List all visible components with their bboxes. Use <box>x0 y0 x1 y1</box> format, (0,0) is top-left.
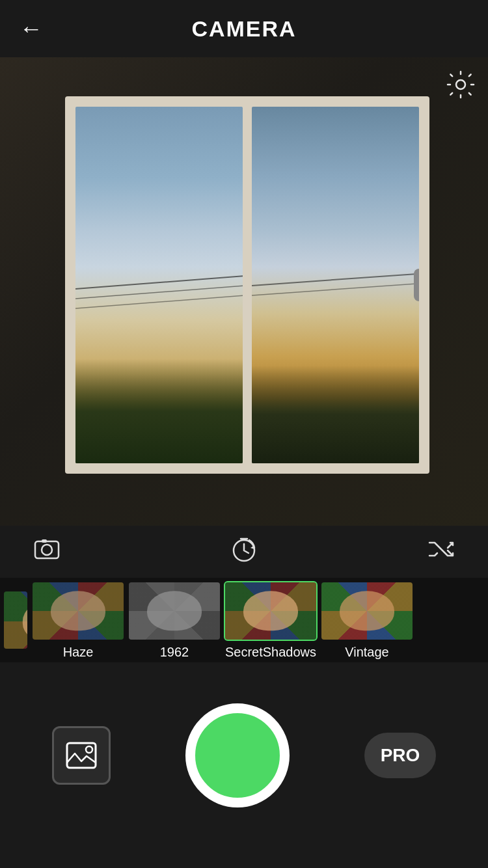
filter-item-haze[interactable]: Haze <box>31 581 125 660</box>
filter-thumb-1962 <box>128 581 221 641</box>
svg-line-3 <box>252 273 419 286</box>
window-frame <box>65 96 429 474</box>
filter-item-1962[interactable]: 1962 <box>128 581 221 660</box>
filter-strip: Haze 1962 SecretShadows Vintage <box>0 578 488 662</box>
page-title: CAMERA <box>191 16 296 42</box>
trees-left <box>75 359 243 463</box>
svg-rect-7 <box>42 539 47 543</box>
window-pane-right <box>252 107 419 463</box>
filter-thumb-secretshadows <box>224 581 318 641</box>
svg-point-6 <box>42 545 52 555</box>
filter-label-haze: Haze <box>63 645 94 660</box>
bottom-controls: PRO <box>0 662 488 848</box>
svg-line-0 <box>75 276 243 289</box>
settings-button[interactable] <box>446 70 475 105</box>
filter-label-secretshadows: SecretShadows <box>225 645 316 660</box>
svg-point-11 <box>86 746 92 753</box>
shutter-button[interactable] <box>185 703 290 807</box>
filter-thumb-vintage <box>320 581 414 641</box>
gallery-icon <box>64 740 98 770</box>
filter-label-vintage: Vintage <box>345 645 388 660</box>
camera-scene <box>0 57 488 526</box>
filter-label-1962: 1962 <box>160 645 189 660</box>
pro-button[interactable]: PRO <box>364 733 436 778</box>
flip-camera-button[interactable] <box>33 535 61 569</box>
pro-label: PRO <box>381 745 420 766</box>
gallery-button[interactable] <box>52 726 111 785</box>
back-button[interactable]: ← <box>20 15 43 42</box>
sky-right <box>252 107 419 463</box>
filter-item-vintage[interactable]: Vintage <box>320 581 414 660</box>
filter-item-secretshadows[interactable]: SecretShadows <box>224 581 318 660</box>
filter-thumb-partial <box>3 590 29 650</box>
shuffle-button[interactable] <box>427 535 455 569</box>
filter-thumb-haze <box>31 581 125 641</box>
trees-right <box>252 366 419 463</box>
window-handle <box>414 269 419 301</box>
sky-left <box>75 107 243 463</box>
svg-line-2 <box>75 295 243 308</box>
shutter-inner <box>193 711 282 800</box>
camera-controls-bar <box>0 526 488 578</box>
header: ← CAMERA <box>0 0 488 57</box>
camera-viewfinder[interactable] <box>0 57 488 526</box>
timer-button[interactable] <box>230 535 258 569</box>
window-pane-left <box>75 107 243 463</box>
filter-item-partial[interactable] <box>3 590 29 650</box>
